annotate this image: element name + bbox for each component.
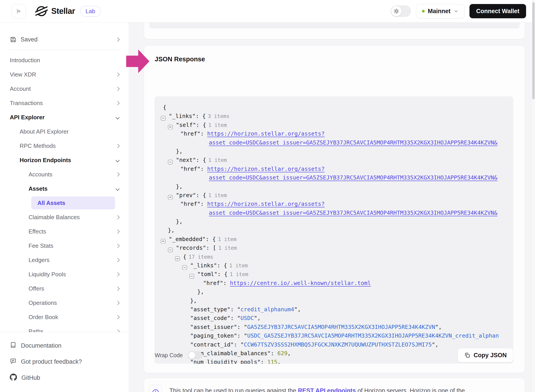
rest-api-endpoints-link[interactable]: REST API endpoints (298, 387, 356, 392)
json-punctuation: : " (231, 315, 241, 321)
json-line: "paging_token": "USDC_GA5ZSEJYB37JRC5AVC… (161, 331, 513, 340)
wrap-code-toggle[interactable] (188, 351, 202, 359)
json-string-value: USDC (241, 315, 254, 321)
sidebar-item-rpc-methods[interactable]: RPC Methods (0, 139, 129, 153)
collapse-toggle-icon[interactable] (168, 247, 173, 252)
sidebar-item-api-explorer[interactable]: API Explorer (0, 110, 129, 124)
sidebar-item-view-xdr[interactable]: View XDR (0, 67, 129, 82)
json-line: {17 items (161, 252, 513, 261)
sidebar-item-liquidity-pools[interactable]: Liquidity Pools (0, 267, 129, 281)
sidebar-item-accounts[interactable]: Accounts (0, 167, 129, 182)
sidebar: Saved IntroductionView XDRAccountTransac… (0, 23, 129, 392)
sidebar-item-label: Introduction (10, 57, 40, 64)
json-link[interactable]: https://horizon.stellar.org/assets? (207, 131, 325, 137)
json-link[interactable]: https://horizon.stellar.org/assets? (207, 201, 325, 207)
json-punctuation: ", (294, 306, 301, 313)
collapse-toggle-icon[interactable] (175, 256, 180, 261)
info-text-prefix: This tool can be used to run queries aga… (169, 387, 298, 392)
chevron-right-icon (116, 258, 120, 262)
sidebar-item-offers[interactable]: Offers (0, 281, 129, 296)
sidebar-item-about-api-explorer[interactable]: About API Explorer (0, 124, 129, 139)
collapse-toggle-icon[interactable] (182, 265, 187, 270)
json-line: "asset_code": "USDC", (161, 314, 513, 322)
sidebar-footer: DocumentationGot product feedback?GitHub (0, 332, 129, 392)
json-line: "asset_type": "credit_alphanum4", (161, 305, 513, 314)
brand-logo[interactable]: Stellar (35, 5, 75, 17)
json-line: "self": {1 item (161, 121, 513, 129)
json-punctuation: ", (432, 341, 438, 348)
sidebar-item-effects[interactable]: Effects (0, 224, 129, 238)
chevron-right-icon (116, 244, 120, 248)
network-label: Mainnet (428, 8, 451, 15)
json-punctuation: }, (176, 218, 183, 225)
sidebar-footer-documentation[interactable]: Documentation (0, 338, 129, 354)
sidebar-item-account[interactable]: Account (0, 82, 129, 96)
sidebar-footer-github[interactable]: GitHub (0, 370, 129, 386)
json-link[interactable]: https://horizon.stellar.org/assets? (207, 166, 325, 172)
json-link[interactable]: asset_code=USDC&asset_issuer=GA5ZSEJYB37… (209, 174, 497, 181)
main-content: JSON Response {"_links": {3 items"self":… (129, 23, 535, 392)
sidebar-item-label: Offers (28, 285, 44, 292)
sidebar-item-fee-stats[interactable]: Fee Stats (0, 238, 129, 253)
sidebar-item-ledgers[interactable]: Ledgers (0, 253, 129, 267)
sidebar-item-paths[interactable]: Paths (0, 324, 129, 332)
json-punctuation: : (223, 280, 230, 286)
previous-section-card (144, 23, 525, 39)
collapse-toggle-icon[interactable] (168, 125, 173, 130)
network-select[interactable]: Mainnet (416, 4, 465, 18)
sidebar-item-label: Effects (28, 228, 46, 235)
json-line: }, (161, 182, 513, 191)
collapse-toggle-icon[interactable] (189, 274, 194, 279)
json-key: "prev" (176, 192, 196, 198)
copy-json-label: Copy JSON (474, 352, 507, 359)
info-text-suffix: of Horizon servers. Horizon is one of th… (356, 387, 465, 392)
collapse-toggle-icon[interactable] (168, 195, 173, 200)
previous-section-field (149, 23, 520, 28)
sidebar-item-claimable-balances[interactable]: Claimable Balances (0, 210, 129, 224)
collapse-toggle-icon[interactable] (161, 116, 166, 121)
sidebar-item-introduction[interactable]: Introduction (0, 53, 129, 67)
sidebar-item-order-book[interactable]: Order Book (0, 310, 129, 324)
json-link[interactable]: asset_code=USDC&asset_issuer=GA5ZSEJYB37… (209, 210, 497, 216)
json-punctuation: ", (435, 324, 442, 330)
sidebar-item-label: Account (10, 85, 31, 92)
collapse-sidebar-button[interactable] (12, 4, 26, 18)
json-link[interactable]: asset_code=USDC&asset_issuer=GA5ZSEJYB37… (209, 139, 497, 146)
chevron-down-icon (454, 9, 459, 14)
collapse-toggle-icon[interactable] (168, 160, 173, 165)
sidebar-footer-got-product-feedback[interactable]: Got product feedback? (0, 354, 129, 370)
json-punctuation: }, (190, 298, 197, 304)
json-punctuation: ", (254, 315, 261, 321)
json-link[interactable]: https://centre.io/.well-known/stellar.to… (230, 280, 371, 286)
sidebar-item-label: View XDR (10, 71, 36, 78)
collapse-toggle-icon[interactable] (161, 239, 166, 244)
json-item-count: 1 item (219, 245, 237, 251)
json-key: "href" (180, 201, 200, 207)
json-line: "href": https://centre.io/.well-known/st… (161, 279, 513, 287)
chevron-right-icon (116, 72, 120, 76)
sidebar-item-assets[interactable]: Assets (0, 182, 129, 196)
chevron-right-icon (116, 315, 120, 319)
connect-wallet-button[interactable]: Connect Wallet (470, 4, 526, 18)
json-punctuation: { (163, 104, 166, 111)
sidebar-item-horizon-endpoints[interactable]: Horizon Endpoints (0, 153, 129, 167)
sidebar-item-label: Operations (28, 299, 57, 306)
sidebar-item-saved[interactable]: Saved (0, 32, 129, 47)
sidebar-item-label: Paths (28, 328, 43, 332)
sidebar-item-transactions[interactable]: Transactions (0, 96, 129, 110)
json-key: "_embedded" (169, 236, 206, 242)
json-key: "href" (180, 131, 200, 137)
json-item-count: 1 item (229, 263, 248, 268)
copy-json-button[interactable]: Copy JSON (458, 348, 513, 362)
sidebar-item-operations[interactable]: Operations (0, 296, 129, 310)
json-key: "paging_token" (190, 332, 237, 339)
sidebar-item-label: Claimable Balances (28, 214, 80, 221)
sidebar-item-all-assets[interactable]: All Assets (0, 196, 129, 210)
scrollbar-thumb[interactable] (532, 2, 535, 99)
page-scrollbar[interactable] (532, 0, 535, 392)
theme-toggle[interactable] (391, 5, 411, 17)
json-punctuation: : " (234, 341, 244, 348)
sidebar-item-label: API Explorer (10, 114, 45, 121)
json-line: "_links": {3 items (161, 112, 513, 120)
json-item-count: 1 item (208, 122, 227, 128)
